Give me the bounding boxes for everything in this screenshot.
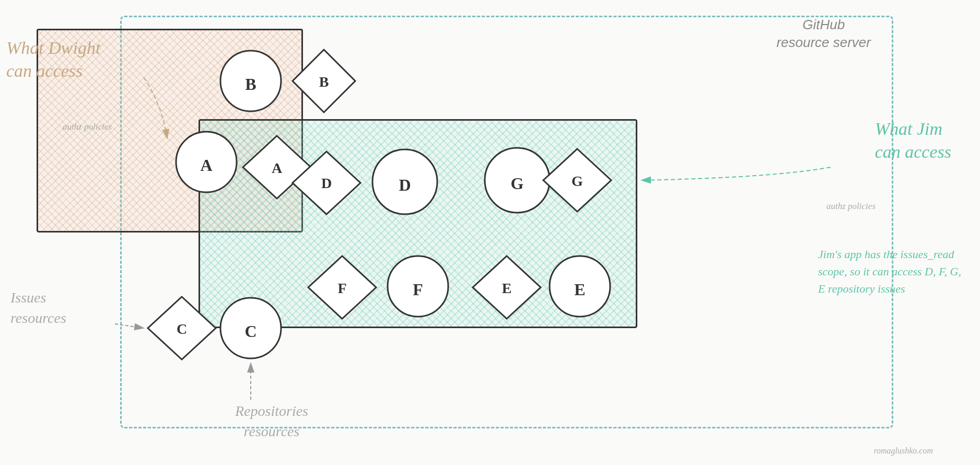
github-label: GitHub resource server [776,16,871,52]
issues-resources-label: Issues resources [10,287,66,328]
diagram: GitHub resource server B B A [0,0,980,465]
authz-policies-right-label: authz policies [826,201,876,212]
repositories-resources-label: Repositories resources [235,401,308,441]
authz-policies-left-label: authz policies [63,122,112,132]
what-dwight-label: What Dwight can access [6,37,100,83]
what-jim-label: What Jim can access [875,118,951,164]
jim-app-description: Jim's app has the issues_read scope, so … [818,246,964,297]
jim-access-box [199,119,637,328]
romaglushko-credit: romaglushko.com [873,446,933,456]
